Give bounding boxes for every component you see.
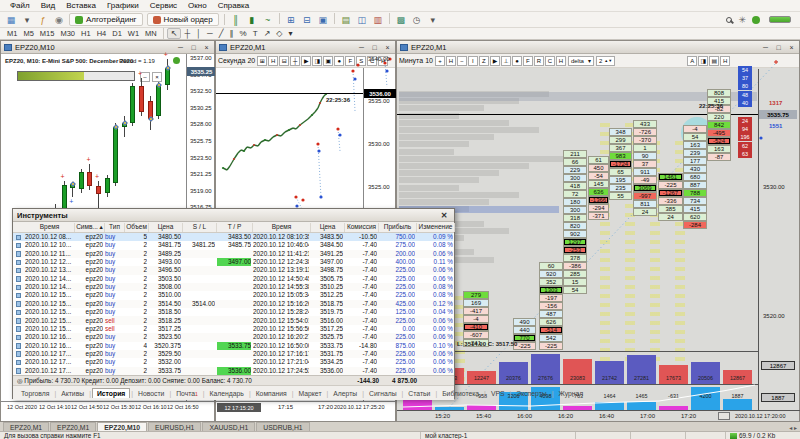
toolbox-tab-12[interactable]: VPS (487, 389, 509, 398)
chart-tool-button[interactable]: C (545, 56, 555, 66)
text-tool-icon[interactable]: T (250, 29, 261, 38)
algotrading-button[interactable]: Алготрейдинг (69, 13, 143, 26)
toolbox-tab-2[interactable]: История (92, 388, 130, 398)
history-table-row[interactable]: 2020.10.12 17...epz20buy23532.002020.10.… (13, 358, 453, 366)
menu-item-5[interactable]: Окно (183, 1, 212, 10)
chart-tool-button[interactable]: H (268, 56, 278, 66)
chart-tool-button[interactable]: − (457, 56, 467, 66)
more-tools-icon[interactable]: ▾ (285, 29, 295, 38)
column-header-6[interactable]: T / P (217, 223, 253, 232)
toolbox-tab-4[interactable]: Почта1 (172, 389, 202, 398)
new-order-button[interactable]: Новый ордер (147, 13, 219, 26)
column-header-11[interactable]: Изменение (417, 223, 455, 232)
vline-tool-icon[interactable]: │ (193, 29, 204, 38)
history-table-row[interactable]: 2020.10.12 17...epz20buy23533.753536.002… (13, 367, 453, 375)
timeframe-value[interactable]: 20 (247, 57, 255, 64)
history-table-row[interactable]: 2020.10.12 14...epz20buy23503.502020.10.… (13, 275, 453, 283)
timeframe-MN[interactable]: MN (142, 29, 160, 38)
zoom-in-icon[interactable]: ⊞ (284, 13, 298, 26)
cluster-mode-dropdown[interactable]: delta▾ (568, 56, 594, 66)
chart-tool-button[interactable]: ⊥ (501, 56, 511, 66)
chart-tool-button[interactable]: ◨ (312, 56, 322, 66)
chart-tool-button[interactable]: ● (512, 56, 522, 66)
chart-tool-button[interactable]: ● (334, 56, 344, 66)
history-table-row[interactable]: 2020.10.12 13...epz20buy23496.502020.10.… (13, 266, 453, 274)
chart-tool-button[interactable]: I (468, 56, 478, 66)
window-titlebar[interactable]: EPZ20,M1 ─□× (397, 41, 799, 54)
chart-tool-button[interactable]: + (435, 56, 445, 66)
toolbox-tab-0[interactable]: Торговля (17, 389, 53, 398)
column-header-3[interactable]: Объем (125, 223, 149, 232)
timeframe-D1[interactable]: D1 (109, 29, 125, 38)
history-table-row[interactable]: 2020.10.12 16...epz20buy23523.502020.10.… (13, 333, 453, 341)
column-header-10[interactable]: Прибыль (379, 223, 417, 232)
timeframe-M15[interactable]: M15 (37, 29, 58, 38)
history-table-row[interactable]: 2020.10.12 10...epz20buy23481.753481.253… (13, 241, 453, 249)
channel-tool-icon[interactable]: ∥ (227, 29, 237, 38)
menu-item-4[interactable]: Сервис (145, 1, 182, 10)
cascade-windows-icon[interactable]: ▥ (371, 13, 385, 26)
toolbox-tab-13[interactable]: Эксперты (512, 389, 550, 398)
restore-icon[interactable]: □ (774, 44, 783, 51)
chart-tool-button[interactable]: ⊞ (257, 56, 267, 66)
column-header-9[interactable]: Комиссия (345, 223, 379, 232)
toolbox-tab-7[interactable]: Маркет (295, 389, 326, 398)
minimize-icon[interactable]: ─ (761, 44, 770, 51)
chart-view-button[interactable]: ◨ (698, 56, 708, 66)
chart-tab-5[interactable]: USDRUB,H1 (256, 422, 309, 431)
toolbox-tab-10[interactable]: Статьи (404, 389, 434, 398)
spinner-arrows-icon[interactable]: ▲▼ (604, 58, 612, 63)
menu-item-2[interactable]: Вставка (61, 1, 101, 10)
toolbox-tab-1[interactable]: Активы (57, 389, 88, 398)
chart-tab-0[interactable]: EPZ20,M1 (3, 422, 49, 431)
tile-windows-icon[interactable]: ◫ (355, 13, 369, 26)
clock-dropdown-icon[interactable]: ▾ (426, 13, 440, 26)
history-table-row[interactable]: 2020.10.12 16...epz20buy43520.3753533.75… (13, 342, 453, 350)
community-icon[interactable] (752, 16, 760, 24)
chart-tool-button[interactable]: F (523, 56, 533, 66)
window-titlebar[interactable]: EPZ20,M1 ─□× (216, 41, 395, 54)
cursor-tool-icon[interactable]: ↖ (167, 28, 182, 39)
chart-tool-button[interactable]: ▶ (301, 56, 311, 66)
line-chart-icon[interactable]: ~ (261, 13, 275, 26)
timeframe-M1[interactable]: M1 (4, 29, 20, 38)
hline-tool-icon[interactable]: ─ (204, 29, 216, 38)
toolbox-tab-14[interactable]: Журнал (554, 389, 587, 398)
chart-tab-1[interactable]: EPZ20,M1 (50, 422, 96, 431)
window-titlebar[interactable]: EPZ20,M10 ─□× (1, 41, 214, 54)
toolbox-tab-9[interactable]: Сигналы (365, 389, 401, 398)
chart-tab-4[interactable]: XAUUSD,H1 (202, 422, 255, 431)
column-header-1[interactable]: Симв... ▴ (75, 223, 105, 232)
autoscroll-icon[interactable]: ▣ (316, 13, 330, 26)
column-header-0[interactable]: Время (25, 223, 75, 232)
history-table-row[interactable]: 2020.10.12 15...epz20sell23517.252020.10… (13, 325, 453, 333)
chart-tool-button[interactable]: ▣ (323, 56, 333, 66)
toolbox-tab-5[interactable]: Календарь (206, 389, 248, 398)
history-table-row[interactable]: 2020.10.12 15...epz20buy23510.002020.10.… (13, 291, 453, 299)
minimize-icon[interactable]: ─ (357, 44, 366, 51)
chart-view-button[interactable]: ▤ (709, 56, 719, 66)
chart-tool-button[interactable]: F (345, 56, 355, 66)
chart-tool-button[interactable]: S (356, 56, 366, 66)
history-table-row[interactable]: 2020.10.12 15...epz20buy23518.502020.10.… (13, 308, 453, 316)
column-header-7[interactable]: Время (253, 223, 311, 232)
indicators-icon[interactable]: ƒ (36, 13, 50, 26)
profiles-icon[interactable]: ▦ (4, 13, 18, 26)
tab-scroll-icons[interactable]: ◂ ▸ (789, 424, 797, 431)
close-icon[interactable]: ✕ (438, 211, 450, 220)
candles-chart-icon[interactable]: ▮ (245, 13, 259, 26)
timeframe-M5[interactable]: M5 (20, 29, 36, 38)
toolbox-tab-6[interactable]: Компания (252, 389, 291, 398)
restore-icon[interactable]: □ (370, 44, 379, 51)
chart-view-button[interactable]: H (720, 56, 730, 66)
history-table-row[interactable]: 2020.10.12 12...epz20buy23493.003497.002… (13, 258, 453, 266)
chart-window-epz20-m1-cluster[interactable]: EPZ20,M1 ─□× Минута 10 +H−IZ▶⊥●FRCH delt… (396, 40, 800, 422)
timeframe-H4[interactable]: H4 (94, 29, 110, 38)
bars-chart-icon[interactable]: ║ (229, 13, 243, 26)
shapes-tool-icon[interactable]: ◇ (273, 29, 285, 38)
menu-item-6[interactable]: Справка (213, 1, 254, 10)
toolbox-window[interactable]: Инструменты✕ ВремяСимв... ▴ТипОбъемЦенаS… (12, 208, 455, 399)
timeframe-M30[interactable]: M30 (57, 29, 78, 38)
scale-spinner[interactable]: 2▲▼ (596, 56, 615, 66)
history-table-row[interactable]: 2020.10.12 14...epz20buy23508.002020.10.… (13, 283, 453, 291)
